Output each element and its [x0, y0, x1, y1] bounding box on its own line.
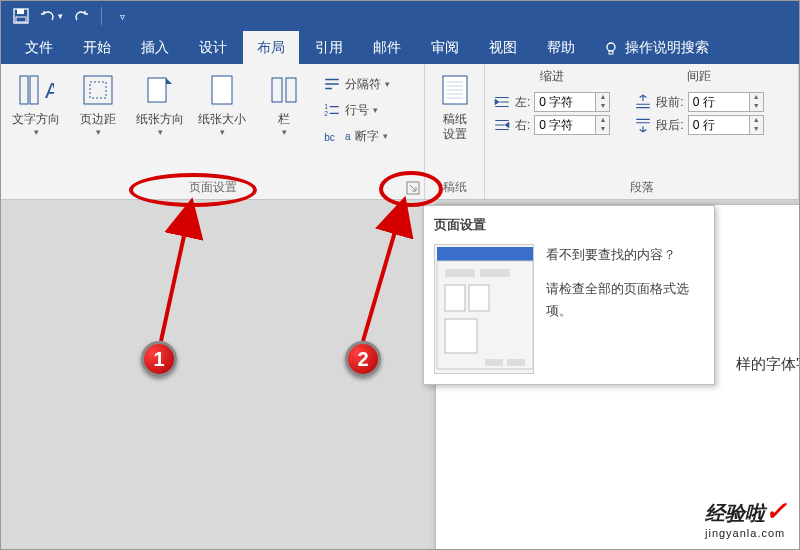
hyphenation-label: 断字: [355, 128, 379, 145]
tab-layout[interactable]: 布局: [243, 31, 299, 64]
tooltip-line1: 看不到要查找的内容？: [546, 244, 704, 266]
svg-rect-6: [30, 76, 38, 104]
text-direction-icon: A: [18, 72, 54, 108]
margins-label: 页边距: [80, 112, 116, 127]
svg-rect-2: [16, 17, 26, 22]
tab-home[interactable]: 开始: [69, 31, 125, 64]
group-paragraph: 缩进 左: ▲▼ 右: ▲▼ 间距 段前: ▲▼: [485, 64, 799, 199]
svg-rect-4: [609, 51, 613, 54]
orientation-button[interactable]: 纸张方向▾: [131, 68, 189, 137]
svg-rect-13: [286, 78, 296, 102]
margins-icon: [80, 72, 116, 108]
size-label: 纸张大小: [198, 112, 246, 127]
orientation-icon: [142, 72, 178, 108]
qat-sep: [101, 7, 102, 25]
indent-column: 缩进 左: ▲▼ 右: ▲▼: [493, 68, 610, 177]
svg-rect-24: [469, 285, 489, 311]
watermark: 经验啦✓ jingyanla.com: [705, 496, 787, 539]
line-numbers-label: 行号: [345, 102, 369, 119]
spacing-before-input[interactable]: [688, 92, 750, 112]
svg-rect-1: [17, 9, 24, 14]
svg-rect-27: [507, 359, 525, 366]
document-text: 样的字体字: [736, 355, 800, 372]
svg-rect-22: [480, 269, 510, 277]
page-setup-group-label: 页面设置: [1, 177, 424, 199]
spacing-before-icon: [634, 93, 652, 111]
breaks-button[interactable]: 分隔符▾: [323, 72, 390, 96]
spacing-after-icon: [634, 116, 652, 134]
indent-right-spinner[interactable]: ▲▼: [534, 115, 610, 135]
indent-left-label: 左:: [515, 94, 530, 111]
svg-rect-25: [445, 319, 477, 353]
save-icon[interactable]: [9, 4, 33, 28]
paragraph-group-label: 段落: [485, 177, 798, 199]
spacing-before-spinner[interactable]: ▲▼: [688, 92, 764, 112]
indent-heading: 缩进: [493, 68, 610, 85]
tab-help[interactable]: 帮助: [533, 31, 589, 64]
spacing-before-label: 段前:: [656, 94, 683, 111]
spacing-after-input[interactable]: [688, 115, 750, 135]
tooltip-text: 看不到要查找的内容？ 请检查全部的页面格式选项。: [546, 244, 704, 374]
margins-button[interactable]: 页边距▾: [69, 68, 127, 137]
svg-text:2: 2: [324, 110, 328, 117]
group-manuscript: 稿纸 设置 稿纸: [425, 64, 485, 199]
tab-references[interactable]: 引用: [301, 31, 357, 64]
hyphenation-icon: bc: [323, 127, 341, 145]
size-button[interactable]: 纸张大小▾: [193, 68, 251, 137]
tell-me-label: 操作说明搜索: [625, 39, 709, 57]
svg-point-3: [607, 43, 615, 51]
watermark-brand: 经验啦: [705, 502, 765, 524]
tab-file[interactable]: 文件: [11, 31, 67, 64]
ribbon: A 文字方向▾ 页边距▾ 纸张方向▾ 纸张大小▾ 栏▾ 分隔符▾ 12行号▾: [1, 64, 799, 200]
tooltip-line2: 请检查全部的页面格式选项。: [546, 278, 704, 322]
spacing-after-label: 段后:: [656, 117, 683, 134]
tab-review[interactable]: 审阅: [417, 31, 473, 64]
svg-rect-8: [84, 76, 112, 104]
tooltip-preview-image: [434, 244, 534, 374]
page-setup-launcher-icon[interactable]: [406, 181, 420, 195]
tab-insert[interactable]: 插入: [127, 31, 183, 64]
breaks-icon: [323, 75, 341, 93]
line-numbers-icon: 12: [323, 101, 341, 119]
svg-rect-11: [212, 76, 232, 104]
manuscript-icon: [437, 72, 473, 108]
watermark-url: jingyanla.com: [705, 527, 787, 539]
indent-right-input[interactable]: [534, 115, 596, 135]
svg-rect-5: [20, 76, 28, 104]
tab-mailings[interactable]: 邮件: [359, 31, 415, 64]
spacing-after-spinner[interactable]: ▲▼: [688, 115, 764, 135]
svg-text:A: A: [45, 78, 54, 103]
tab-design[interactable]: 设计: [185, 31, 241, 64]
breaks-label: 分隔符: [345, 76, 381, 93]
text-direction-button[interactable]: A 文字方向▾: [7, 68, 65, 137]
indent-left-input[interactable]: [534, 92, 596, 112]
redo-icon[interactable]: [69, 4, 93, 28]
undo-icon[interactable]: ▾: [39, 4, 63, 28]
columns-icon: [266, 72, 302, 108]
columns-label: 栏: [278, 112, 290, 127]
tell-me-search[interactable]: 操作说明搜索: [603, 31, 709, 64]
columns-button[interactable]: 栏▾: [255, 68, 313, 137]
spacing-heading: 间距: [634, 68, 763, 85]
text-direction-label: 文字方向: [12, 112, 60, 127]
indent-left-icon: [493, 93, 511, 111]
svg-text:bc: bc: [324, 132, 335, 143]
tooltip-title: 页面设置: [434, 216, 704, 234]
size-icon: [204, 72, 240, 108]
svg-rect-21: [445, 269, 475, 277]
group-page-setup: A 文字方向▾ 页边距▾ 纸张方向▾ 纸张大小▾ 栏▾ 分隔符▾ 12行号▾: [1, 64, 425, 199]
tab-view[interactable]: 视图: [475, 31, 531, 64]
svg-rect-23: [445, 285, 465, 311]
svg-rect-10: [148, 78, 166, 102]
manuscript-label: 稿纸 设置: [443, 112, 467, 142]
svg-rect-26: [485, 359, 503, 366]
indent-left-spinner[interactable]: ▲▼: [534, 92, 610, 112]
hyphenation-button[interactable]: bca断字▾: [323, 124, 390, 148]
line-numbers-button[interactable]: 12行号▾: [323, 98, 390, 122]
manuscript-group-label: 稿纸: [425, 177, 484, 199]
svg-rect-9: [90, 82, 106, 98]
indent-right-label: 右:: [515, 117, 530, 134]
indent-right-icon: [493, 116, 511, 134]
qat-customize-icon[interactable]: ▿: [110, 4, 134, 28]
manuscript-settings-button[interactable]: 稿纸 设置: [431, 68, 478, 142]
